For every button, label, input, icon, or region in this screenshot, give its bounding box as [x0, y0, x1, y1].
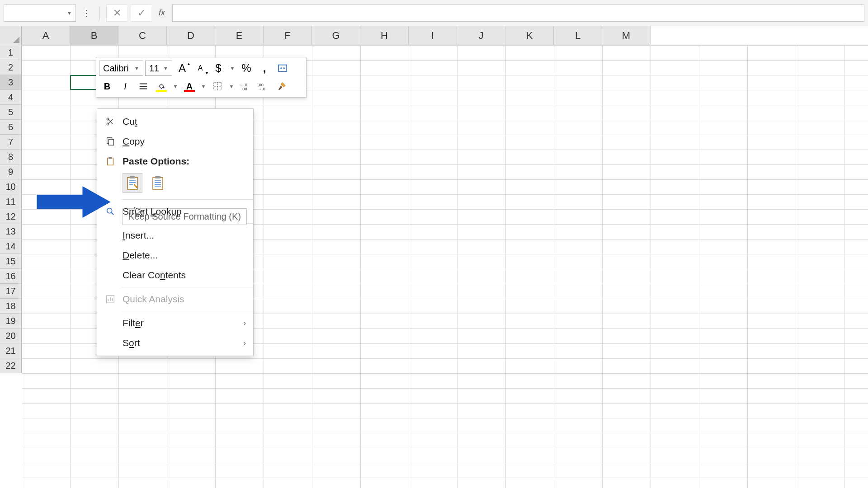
cancel-button[interactable]: ✕ — [106, 5, 127, 22]
column-header[interactable]: G — [312, 26, 360, 45]
menu-insert[interactable]: Insert... — [97, 225, 253, 245]
menu-clear-contents[interactable]: Clear Contents — [97, 265, 253, 285]
accounting-format-button[interactable]: $ — [210, 61, 226, 76]
row-header[interactable]: 7 — [0, 135, 22, 150]
select-all-corner[interactable] — [0, 26, 22, 45]
svg-rect-16 — [155, 176, 160, 178]
increase-font-button[interactable]: A ▴ — [174, 61, 190, 76]
fill-color-button[interactable] — [153, 79, 170, 94]
chevron-down-icon[interactable]: ▼ — [227, 79, 236, 94]
row-header[interactable]: 19 — [0, 314, 22, 328]
paste-keep-source-formatting[interactable] — [123, 173, 142, 193]
column-header[interactable]: B — [70, 26, 118, 45]
column-header[interactable]: H — [360, 26, 409, 45]
italic-button[interactable]: I — [117, 79, 133, 94]
enter-button[interactable]: ✓ — [131, 5, 151, 22]
decrease-decimal-button[interactable]: .00→.0 — [255, 79, 272, 94]
name-box[interactable]: ▼ — [4, 5, 76, 22]
row-header[interactable]: 22 — [0, 358, 22, 373]
chevron-down-icon[interactable]: ▼ — [199, 79, 208, 94]
menu-cut[interactable]: Cut — [97, 112, 253, 131]
row-header[interactable]: 21 — [0, 343, 22, 358]
row-header[interactable]: 3 — [0, 75, 22, 90]
row-header[interactable]: 18 — [0, 299, 22, 314]
paste-match-destination[interactable] — [148, 173, 168, 193]
column-header[interactable]: E — [215, 26, 264, 45]
clipboard-icon — [104, 156, 116, 167]
clipboard-brush-icon — [126, 175, 139, 191]
row-header[interactable]: 1 — [0, 45, 22, 60]
increase-decimal-button[interactable]: ←.0.00 — [237, 79, 254, 94]
row-header[interactable]: 15 — [0, 254, 22, 269]
row-header[interactable]: 11 — [0, 194, 22, 209]
row-header[interactable]: 9 — [0, 164, 22, 179]
formula-input[interactable] — [172, 5, 864, 22]
percent-format-button[interactable]: % — [238, 61, 255, 76]
fx-label[interactable]: fx — [155, 8, 169, 18]
column-header[interactable]: K — [505, 26, 554, 45]
font-size-value: 11 — [149, 63, 159, 74]
column-header[interactable]: L — [554, 26, 602, 45]
clipboard-lines-icon — [151, 175, 165, 191]
borders-icon — [212, 81, 222, 91]
menu-smart-lookup[interactable]: Smart Lookup — [97, 202, 253, 221]
borders-button[interactable] — [209, 79, 226, 94]
blank-icon — [104, 338, 116, 348]
column-header[interactable]: J — [457, 26, 505, 45]
align-button[interactable] — [135, 79, 151, 94]
svg-point-1 — [163, 87, 165, 89]
font-name-select[interactable]: Calibri ▼ — [99, 61, 143, 76]
context-menu: Cut Copy Paste Options: — [97, 108, 254, 356]
row-header[interactable]: 6 — [0, 120, 22, 135]
separator — [122, 311, 253, 311]
paste-options-row — [97, 170, 253, 197]
separator — [122, 199, 253, 200]
row-header[interactable]: 5 — [0, 105, 22, 120]
row-header[interactable]: 20 — [0, 328, 22, 343]
chevron-down-icon[interactable]: ▼ — [228, 61, 236, 76]
font-color-button[interactable]: A — [181, 79, 198, 94]
menu-copy[interactable]: Copy — [97, 131, 253, 151]
row-header[interactable]: 12 — [0, 209, 22, 224]
vertical-dots-icon[interactable]: ⋮ — [80, 8, 93, 18]
column-header[interactable]: D — [167, 26, 215, 45]
chevron-down-icon[interactable]: ▼ — [134, 66, 139, 71]
column-header[interactable]: F — [264, 26, 312, 45]
chevron-down-icon[interactable]: ▼ — [67, 10, 72, 16]
separator — [122, 287, 253, 287]
row-header[interactable]: 14 — [0, 239, 22, 254]
menu-copy-label: Copy — [123, 136, 145, 147]
row-header[interactable]: 8 — [0, 150, 22, 164]
menu-sort[interactable]: Sort › — [97, 333, 253, 353]
chevron-down-icon[interactable]: ▼ — [163, 66, 168, 71]
mini-toolbar: Calibri ▼ 11 ▼ A ▴ A ▾ $ ▼ % , — [96, 57, 307, 98]
merge-center-button[interactable] — [274, 61, 291, 76]
row-header[interactable]: 10 — [0, 179, 22, 194]
svg-text:→.0: →.0 — [258, 87, 265, 91]
row-header[interactable]: 4 — [0, 90, 22, 105]
font-size-select[interactable]: 11 ▼ — [145, 61, 172, 76]
column-header[interactable]: A — [22, 26, 70, 45]
row-header[interactable]: 2 — [0, 60, 22, 75]
format-painter-button[interactable] — [274, 79, 290, 94]
menu-sort-label: Sort — [123, 338, 140, 348]
row-header[interactable]: 13 — [0, 224, 22, 239]
menu-delete-label: Delete... — [123, 250, 158, 261]
menu-filter[interactable]: Filter › — [97, 313, 253, 333]
column-header[interactable]: C — [118, 26, 167, 45]
menu-delete[interactable]: Delete... — [97, 245, 253, 265]
column-header[interactable]: I — [409, 26, 457, 45]
menu-filter-label: Filter — [123, 318, 144, 328]
column-header[interactable]: M — [602, 26, 651, 45]
row-header[interactable]: 16 — [0, 269, 22, 284]
chevron-down-icon[interactable]: ▼ — [171, 79, 179, 94]
blank-icon — [104, 270, 116, 281]
search-icon — [104, 206, 116, 217]
bold-button[interactable]: B — [99, 79, 115, 94]
comma-format-button[interactable]: , — [256, 61, 273, 76]
svg-rect-11 — [108, 158, 113, 165]
menu-quick-analysis-label: Quick Analysis — [123, 294, 184, 305]
decrease-decimal-icon: .00→.0 — [258, 81, 269, 91]
decrease-font-button[interactable]: A ▾ — [192, 61, 208, 76]
row-header[interactable]: 17 — [0, 284, 22, 299]
